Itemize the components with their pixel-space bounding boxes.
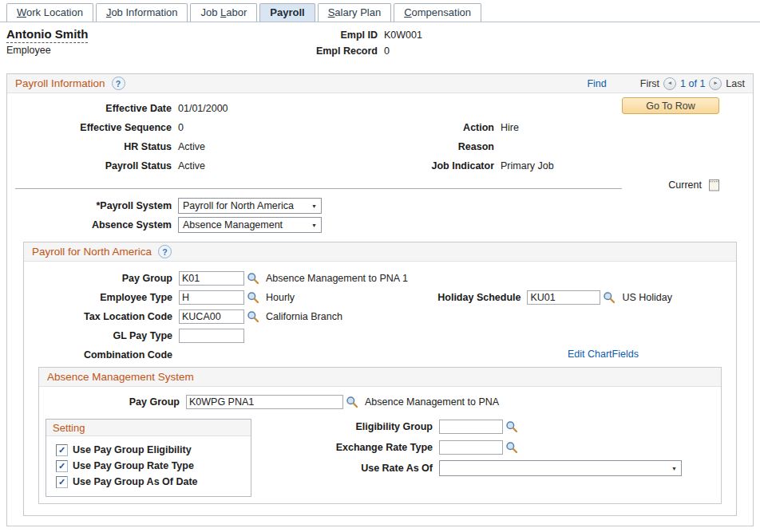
lookup-icon[interactable] bbox=[346, 396, 358, 408]
hr-status-value: Active bbox=[178, 141, 205, 152]
payroll-for-north-america-section: Payroll for North America ? Pay Group Ab… bbox=[23, 242, 737, 516]
dropdown-arrow-icon: ▼ bbox=[311, 203, 317, 209]
section-title: Payroll Information bbox=[15, 77, 105, 89]
help-icon[interactable]: ? bbox=[112, 77, 125, 90]
current-document-icon[interactable] bbox=[709, 178, 719, 191]
current-label: Current bbox=[668, 179, 702, 191]
pay-group-description: Absence Management to PNA 1 bbox=[266, 273, 408, 284]
empl-record-value: 0 bbox=[384, 45, 390, 57]
last-label: Last bbox=[726, 78, 745, 89]
use-rate-as-of-label: Use Rate As Of bbox=[313, 463, 433, 474]
job-indicator-value: Primary Job bbox=[501, 160, 554, 171]
absence-management-system-section: Absence Management System Pay Group Abse… bbox=[38, 367, 722, 504]
payroll-information-header: Payroll Information ? Find First ◄ 1 of … bbox=[7, 74, 753, 93]
employee-type-label: Employee Type bbox=[30, 292, 172, 303]
dropdown-arrow-icon: ▼ bbox=[311, 223, 317, 228]
checkbox-use-pay-group-as-of-date[interactable]: ✓ Use Pay Group As Of Date bbox=[56, 474, 244, 490]
tab-payroll[interactable]: Payroll bbox=[259, 3, 315, 22]
reason-label: Reason bbox=[390, 141, 494, 152]
row-pager: First ◄ 1 of 1 ► Last bbox=[640, 77, 745, 90]
row-count: 1 of 1 bbox=[680, 78, 705, 89]
employee-type-input[interactable] bbox=[179, 290, 244, 305]
hr-status-label: HR Status bbox=[15, 141, 172, 152]
effective-date-value: 01/01/2000 bbox=[178, 103, 228, 114]
payroll-status-label: Payroll Status bbox=[15, 160, 172, 171]
section-title: Setting bbox=[53, 422, 85, 434]
checkbox-checked-icon: ✓ bbox=[56, 460, 68, 472]
lookup-icon[interactable] bbox=[247, 272, 259, 285]
absence-system-select[interactable]: Absence Management ▼ bbox=[178, 217, 322, 233]
section-title: Payroll for North America bbox=[32, 246, 152, 258]
holiday-schedule-description: US Holiday bbox=[622, 292, 672, 303]
setting-section: Setting ✓ Use Pay Group Eligibility bbox=[46, 419, 251, 497]
ams-pay-group-input[interactable] bbox=[186, 395, 343, 409]
tax-location-code-input[interactable] bbox=[179, 309, 244, 324]
job-data-page: Work Location Job Information Job Labor … bbox=[0, 0, 760, 532]
pay-group-input[interactable] bbox=[179, 271, 244, 286]
empl-id-value: K0W001 bbox=[384, 30, 422, 41]
edit-chartfields-link[interactable]: Edit ChartFields bbox=[568, 349, 639, 360]
gl-pay-type-input[interactable] bbox=[179, 329, 244, 343]
effective-sequence-label: Effective Sequence bbox=[15, 122, 172, 133]
holiday-schedule-label: Holiday Schedule bbox=[437, 292, 521, 303]
job-indicator-label: Job Indicator bbox=[390, 160, 494, 171]
effective-date-label: Effective Date bbox=[15, 103, 172, 114]
action-value: Hire bbox=[501, 122, 519, 133]
tab-bar: Work Location Job Information Job Labor … bbox=[0, 0, 760, 22]
exchange-rate-type-input[interactable] bbox=[439, 440, 503, 455]
employee-name: Antonio Smith bbox=[6, 27, 88, 43]
eligibility-group-label: Eligibility Group bbox=[313, 421, 433, 432]
go-to-row-button[interactable]: Go To Row bbox=[622, 97, 719, 114]
payroll-information-section: Payroll Information ? Find First ◄ 1 of … bbox=[6, 73, 754, 526]
empl-id-label: Empl ID bbox=[286, 30, 378, 41]
lookup-icon[interactable] bbox=[603, 291, 616, 304]
empl-record-label: Empl Record bbox=[286, 45, 378, 57]
ams-pay-group-label: Pay Group bbox=[46, 396, 180, 408]
ams-pay-group-description: Absence Management to PNA bbox=[365, 396, 499, 408]
identity-bar: Antonio Smith Employee Empl IDK0W001 Emp… bbox=[6, 27, 754, 67]
section-title: Absence Management System bbox=[47, 371, 194, 383]
ams-right-fields: Eligibility Group Exchange Rate Type bbox=[313, 419, 714, 497]
payroll-system-select[interactable]: Payroll for North America ▼ bbox=[178, 198, 322, 214]
section-divider bbox=[15, 188, 622, 189]
tab-salary-plan[interactable]: Salary Plan bbox=[318, 3, 391, 22]
checkbox-use-pay-group-rate-type[interactable]: ✓ Use Pay Group Rate Type bbox=[56, 458, 244, 474]
tax-location-code-label: Tax Location Code bbox=[30, 311, 172, 322]
lookup-icon[interactable] bbox=[505, 441, 518, 454]
eligibility-group-input[interactable] bbox=[439, 420, 503, 434]
lookup-icon[interactable] bbox=[247, 310, 259, 323]
next-row-icon[interactable]: ► bbox=[709, 77, 722, 90]
absence-system-label: Absence System bbox=[15, 219, 172, 231]
payroll-information-body: Go To Row Effective Date 01/01/2000 Effe… bbox=[7, 93, 753, 526]
empl-ids: Empl IDK0W001 Empl Record0 bbox=[286, 27, 461, 59]
use-rate-as-of-select[interactable]: ▼ bbox=[439, 460, 682, 476]
action-label: Action bbox=[390, 122, 494, 133]
tax-location-description: California Branch bbox=[266, 311, 342, 322]
help-icon[interactable]: ? bbox=[158, 245, 172, 258]
lookup-icon[interactable] bbox=[247, 291, 259, 304]
dropdown-arrow-icon: ▼ bbox=[671, 466, 677, 471]
previous-row-icon[interactable]: ◄ bbox=[663, 77, 676, 90]
combination-code-label: Combination Code bbox=[30, 349, 172, 361]
tab-job-information[interactable]: Job Information bbox=[96, 3, 188, 22]
exchange-rate-type-label: Exchange Rate Type bbox=[313, 442, 433, 453]
payroll-system-label: *Payroll System bbox=[15, 200, 172, 211]
effective-sequence-value: 0 bbox=[178, 122, 184, 133]
find-link[interactable]: Find bbox=[587, 78, 606, 89]
lookup-icon[interactable] bbox=[505, 420, 518, 433]
checkbox-checked-icon: ✓ bbox=[56, 476, 68, 488]
employee-type-description: Hourly bbox=[266, 292, 295, 303]
pay-group-label: Pay Group bbox=[30, 273, 172, 284]
payroll-status-value: Active bbox=[178, 160, 205, 171]
first-label: First bbox=[640, 78, 659, 89]
tab-compensation[interactable]: Compensation bbox=[394, 3, 481, 22]
tab-work-location[interactable]: Work Location bbox=[6, 3, 93, 22]
tab-job-labor[interactable]: Job Labor bbox=[190, 3, 257, 22]
gl-pay-type-label: GL Pay Type bbox=[30, 330, 172, 341]
checkbox-use-pay-group-eligibility[interactable]: ✓ Use Pay Group Eligibility bbox=[56, 442, 244, 458]
holiday-schedule-input[interactable] bbox=[527, 290, 600, 305]
checkbox-checked-icon: ✓ bbox=[56, 444, 68, 456]
